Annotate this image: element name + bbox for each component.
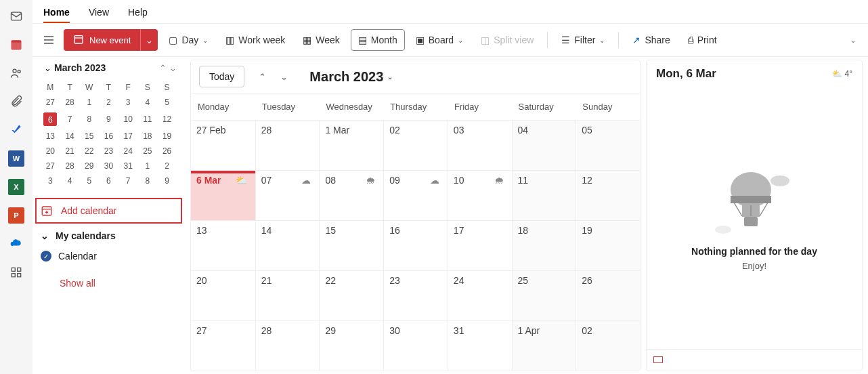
view-board-button[interactable]: ▣Board⌄	[409, 29, 470, 51]
mini-day-cell[interactable]: 28	[60, 95, 80, 110]
day-cell[interactable]: 09☁	[383, 170, 448, 220]
mini-day-cell[interactable]: 8	[79, 110, 99, 129]
mini-day-cell[interactable]: 19	[157, 129, 177, 144]
day-cell[interactable]: 25	[512, 270, 576, 320]
mini-day-cell[interactable]: 26	[157, 144, 177, 159]
day-cell[interactable]: 30	[383, 320, 448, 371]
calendar-app-icon[interactable]	[8, 37, 24, 53]
mini-day-cell[interactable]: 7	[118, 173, 138, 188]
day-cell[interactable]: 04	[512, 120, 576, 170]
mini-day-cell[interactable]: 7	[60, 110, 80, 129]
tab-view[interactable]: View	[89, 5, 109, 23]
mini-day-cell[interactable]: 29	[79, 159, 99, 173]
mini-day-cell[interactable]: 5	[157, 95, 177, 110]
mini-day-cell[interactable]: 8	[138, 173, 158, 188]
calendar-item-calendar[interactable]: Calendar	[41, 251, 177, 262]
mini-day-cell[interactable]: 24	[118, 144, 138, 159]
day-cell[interactable]: 28	[255, 320, 320, 371]
ribbon-overflow-button[interactable]: ⌄	[844, 29, 863, 51]
mini-day-cell[interactable]: 21	[60, 144, 80, 159]
tab-help[interactable]: Help	[128, 5, 148, 23]
mini-day-cell[interactable]: 12	[157, 110, 177, 129]
day-cell[interactable]: 14	[255, 220, 320, 270]
mini-day-cell[interactable]: 2	[99, 95, 118, 110]
day-cell[interactable]: 07☁	[255, 170, 320, 220]
mini-day-cell[interactable]: 9	[157, 173, 177, 188]
more-apps-icon[interactable]	[8, 264, 24, 280]
day-cell[interactable]: 18	[512, 220, 576, 270]
mini-day-cell[interactable]: 14	[60, 129, 80, 144]
mini-day-cell[interactable]: 9	[99, 110, 118, 129]
mini-day-cell[interactable]: 4	[138, 95, 158, 110]
day-cell[interactable]: 13	[191, 220, 255, 270]
show-all-button[interactable]: Show all	[60, 278, 177, 289]
calendar-title[interactable]: March 2023 ⌄	[309, 69, 393, 85]
powerpoint-app[interactable]: P	[8, 207, 24, 224]
day-cell[interactable]: 05	[576, 120, 640, 170]
mini-day-cell[interactable]: 5	[79, 173, 99, 188]
mini-day-cell[interactable]: 13	[41, 129, 60, 144]
day-cell[interactable]: 15	[319, 220, 383, 270]
mini-day-cell[interactable]: 1	[79, 95, 99, 110]
attachments-icon[interactable]	[8, 94, 24, 110]
mini-prev-button[interactable]: ⌃	[159, 63, 167, 73]
day-cell[interactable]: 27 Feb	[191, 120, 255, 170]
todo-app-icon[interactable]	[8, 122, 24, 138]
my-calendars-section[interactable]: ⌄ My calendars	[41, 230, 177, 241]
day-cell[interactable]: 6 Mar⛅	[191, 170, 255, 220]
share-button[interactable]: ↗Share	[626, 29, 676, 51]
mini-day-cell[interactable]: 20	[41, 144, 60, 159]
excel-app[interactable]: X	[8, 179, 24, 195]
day-cell[interactable]: 31	[448, 320, 512, 371]
day-cell[interactable]: 29	[319, 320, 383, 371]
day-cell[interactable]: 16	[383, 220, 448, 270]
mini-day-cell[interactable]: 2	[157, 159, 177, 173]
mini-day-cell[interactable]: 1	[138, 159, 158, 173]
mini-day-cell[interactable]: 11	[138, 110, 158, 129]
add-calendar-button[interactable]: Add calendar	[35, 198, 182, 224]
mini-day-cell[interactable]: 28	[60, 159, 80, 173]
mini-day-cell[interactable]: 15	[79, 129, 99, 144]
mini-day-cell[interactable]: 3	[41, 173, 60, 188]
day-cell[interactable]: 21	[255, 270, 320, 320]
agenda-footer-toggle[interactable]	[647, 349, 862, 371]
next-month-button[interactable]: ⌄	[274, 67, 293, 86]
mini-day-cell[interactable]: 6	[41, 110, 60, 129]
mini-day-cell[interactable]: 25	[138, 144, 158, 159]
mini-next-button[interactable]: ⌄	[169, 63, 177, 73]
mini-day-cell[interactable]: 27	[41, 159, 60, 173]
day-cell[interactable]: 1 Apr	[512, 320, 576, 371]
mini-day-cell[interactable]: 22	[79, 144, 99, 159]
mail-app-icon[interactable]	[8, 8, 24, 24]
day-cell[interactable]: 08🌧	[319, 170, 383, 220]
hamburger-button[interactable]	[38, 29, 60, 51]
mini-day-cell[interactable]: 17	[118, 129, 138, 144]
day-cell[interactable]: 20	[191, 270, 255, 320]
day-cell[interactable]: 10🌧	[448, 170, 512, 220]
tab-home[interactable]: Home	[43, 5, 70, 23]
prev-month-button[interactable]: ⌃	[253, 67, 272, 86]
day-cell[interactable]: 12	[576, 170, 640, 220]
word-app[interactable]: W	[8, 150, 24, 167]
view-workweek-button[interactable]: ▥Work week	[219, 29, 292, 51]
view-month-button[interactable]: ▤Month	[351, 29, 405, 51]
day-cell[interactable]: 02	[383, 120, 448, 170]
day-cell[interactable]: 11	[512, 170, 576, 220]
mini-day-cell[interactable]: 16	[99, 129, 118, 144]
mini-day-cell[interactable]: 18	[138, 129, 158, 144]
day-cell[interactable]: 26	[576, 270, 640, 320]
onedrive-app[interactable]	[8, 236, 24, 252]
mini-day-cell[interactable]: 4	[60, 173, 80, 188]
day-cell[interactable]: 23	[383, 270, 448, 320]
day-cell[interactable]: 1 Mar	[319, 120, 383, 170]
day-cell[interactable]: 03	[448, 120, 512, 170]
mini-day-cell[interactable]: 31	[118, 159, 138, 173]
mini-day-cell[interactable]: 3	[118, 95, 138, 110]
view-day-button[interactable]: ▢Day⌄	[162, 29, 215, 51]
mini-day-cell[interactable]: 27	[41, 95, 60, 110]
day-cell[interactable]: 02	[576, 320, 640, 371]
day-cell[interactable]: 19	[576, 220, 640, 270]
day-cell[interactable]: 27	[191, 320, 255, 371]
day-cell[interactable]: 24	[448, 270, 512, 320]
chevron-down-icon[interactable]: ⌄	[41, 63, 54, 73]
